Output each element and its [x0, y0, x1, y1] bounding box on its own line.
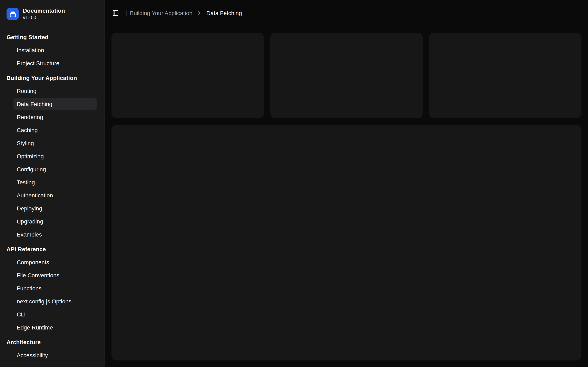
sidebar-submenu-row: Routing [13, 85, 97, 96]
sidebar-nav: Getting StartedInstallationProject Struc… [3, 31, 101, 364]
app-title: Documentation [23, 7, 65, 15]
sidebar-section: Building Your ApplicationRoutingData Fet… [3, 72, 101, 240]
placeholder-card-row [112, 33, 581, 118]
sidebar-item-styling[interactable]: Styling [13, 137, 97, 149]
sidebar-item-data-fetching[interactable]: Data Fetching [13, 98, 97, 109]
sidebar-item-project-structure[interactable]: Project Structure [13, 57, 97, 69]
sidebar-section-api-reference[interactable]: API Reference [3, 243, 101, 255]
sidebar-submenu-row: Rendering [13, 111, 97, 123]
sidebar-item-examples[interactable]: Examples [13, 229, 97, 240]
sidebar-submenu-row: Components [13, 256, 97, 268]
page-content [105, 26, 588, 367]
sidebar-item-installation[interactable]: Installation [13, 44, 97, 56]
sidebar-item-rendering[interactable]: Rendering [13, 111, 97, 123]
sidebar-item-routing[interactable]: Routing [13, 85, 97, 96]
sidebar-section: API ReferenceComponentsFile ConventionsF… [3, 243, 101, 333]
placeholder-content-panel [112, 125, 581, 360]
sidebar-submenu: ComponentsFile ConventionsFunctionsnext.… [9, 256, 101, 333]
sidebar-submenu-row: Caching [13, 124, 97, 136]
sidebar-section-getting-started[interactable]: Getting Started [3, 31, 101, 43]
sidebar-submenu: AccessibilityFast Refresh [9, 349, 101, 364]
breadcrumb-current-page: Data Fetching [207, 9, 242, 16]
chevron-right-icon [197, 10, 202, 16]
sidebar-toggle-button[interactable] [110, 7, 121, 18]
placeholder-card [112, 33, 264, 118]
sidebar-submenu-row: Data Fetching [13, 98, 97, 109]
breadcrumb-parent-link[interactable]: Building Your Application [130, 9, 192, 16]
sidebar-submenu-row: Accessibility [13, 349, 97, 361]
sidebar-submenu-row: Installation [13, 44, 97, 56]
app-logo [7, 8, 19, 20]
sidebar-item-file-conventions[interactable]: File Conventions [13, 269, 97, 281]
sidebar-item-accessibility[interactable]: Accessibility [13, 349, 97, 361]
sidebar-item-deploying[interactable]: Deploying [13, 202, 97, 214]
sidebar-item-caching[interactable]: Caching [13, 124, 97, 136]
gallery-vertical-end-icon [9, 11, 16, 17]
sidebar-item-cli[interactable]: CLI [13, 309, 97, 320]
placeholder-card [270, 33, 423, 118]
sidebar-item-fast-refresh[interactable]: Fast Refresh [13, 362, 97, 364]
panel-left-icon [112, 9, 119, 16]
sidebar-section-building-your-application[interactable]: Building Your Application [3, 72, 101, 83]
sidebar-submenu-row: Edge Runtime [13, 322, 97, 333]
sidebar-submenu-row: Authentication [13, 189, 97, 201]
header: Building Your Application Data Fetching [105, 0, 588, 26]
sidebar-section: ArchitectureAccessibilityFast Refresh [3, 336, 101, 364]
sidebar-submenu-row: Functions [13, 282, 97, 294]
sidebar-submenu-row: Deploying [13, 202, 97, 214]
sidebar-app-title-block: Documentation v1.0.0 [23, 7, 65, 21]
sidebar-item-next-config-js-options[interactable]: next.config.js Options [13, 295, 97, 307]
sidebar-item-components[interactable]: Components [13, 256, 97, 268]
sidebar-submenu-row: Fast Refresh [13, 362, 97, 364]
sidebar-submenu: InstallationProject Structure [9, 44, 101, 69]
header-separator [126, 9, 127, 16]
sidebar-item-functions[interactable]: Functions [13, 282, 97, 294]
placeholder-card [429, 33, 581, 118]
sidebar-app-switcher[interactable]: Documentation v1.0.0 [3, 3, 101, 25]
sidebar-submenu-row: File Conventions [13, 269, 97, 281]
app-version: v1.0.0 [23, 15, 65, 21]
sidebar-item-configuring[interactable]: Configuring [13, 163, 97, 175]
sidebar-section: Getting StartedInstallationProject Struc… [3, 31, 101, 69]
sidebar-submenu-row: next.config.js Options [13, 295, 97, 307]
sidebar-item-optimizing[interactable]: Optimizing [13, 150, 97, 162]
sidebar-submenu-row: CLI [13, 309, 97, 320]
sidebar-section-architecture[interactable]: Architecture [3, 336, 101, 348]
main-area: Building Your Application Data Fetching [105, 0, 588, 367]
sidebar-submenu-row: Examples [13, 229, 97, 240]
sidebar-item-upgrading[interactable]: Upgrading [13, 216, 97, 227]
sidebar-submenu-row: Upgrading [13, 216, 97, 227]
sidebar-submenu-row: Optimizing [13, 150, 97, 162]
sidebar: Documentation v1.0.0 Getting StartedInst… [0, 0, 105, 367]
sidebar-item-edge-runtime[interactable]: Edge Runtime [13, 322, 97, 333]
sidebar-item-testing[interactable]: Testing [13, 176, 97, 188]
sidebar-submenu-row: Configuring [13, 163, 97, 175]
sidebar-submenu-row: Testing [13, 176, 97, 188]
sidebar-submenu: RoutingData FetchingRenderingCachingStyl… [9, 85, 101, 240]
app-root: Documentation v1.0.0 Getting StartedInst… [0, 0, 588, 367]
breadcrumb: Building Your Application Data Fetching [130, 9, 242, 16]
sidebar-submenu-row: Styling [13, 137, 97, 149]
sidebar-item-authentication[interactable]: Authentication [13, 189, 97, 201]
sidebar-submenu-row: Project Structure [13, 57, 97, 69]
